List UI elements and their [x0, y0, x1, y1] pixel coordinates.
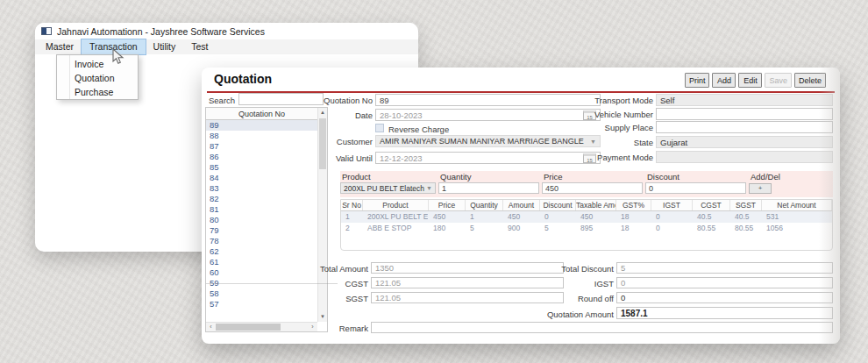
vehicle-number-input[interactable]: [656, 108, 833, 120]
grid-cell: 18: [616, 211, 651, 223]
remark-input[interactable]: [371, 322, 833, 333]
menu-bar: MasterTransactionUtilityTest: [35, 39, 418, 54]
grid-column-header: Net Amount: [762, 200, 832, 210]
quantity-column-label: Quantity: [438, 172, 539, 182]
grid-cell: 40.5: [693, 211, 730, 223]
grid-cell: 80.55: [730, 223, 762, 234]
scroll-down-icon[interactable]: ▼: [318, 312, 327, 322]
grid-column-header: Discount: [540, 200, 576, 210]
menu-test[interactable]: Test: [183, 39, 216, 54]
grid-cell: 2: [341, 223, 363, 234]
list-item[interactable]: 84: [206, 173, 317, 183]
chevron-down-icon: ▼: [426, 185, 432, 191]
horizontal-scrollbar[interactable]: ‹ ›: [206, 322, 317, 331]
price-input[interactable]: [542, 182, 643, 194]
grid-cell: 5: [466, 223, 503, 234]
grid-column-header: Quantity: [466, 200, 503, 210]
quotation-no-input[interactable]: [375, 94, 601, 106]
customer-select[interactable]: AMIR MANIYAR SUMAN MANIYAR MARRIAGE BANG…: [375, 135, 601, 147]
quotation-form-window: Quotation PrintAddEditSaveDelete Search …: [202, 68, 840, 344]
list-item[interactable]: 85: [206, 162, 317, 173]
grid-cell: 450: [429, 211, 466, 223]
quantity-input[interactable]: [438, 182, 539, 194]
grid-column-header: Price: [429, 200, 466, 210]
add-row-button[interactable]: +: [749, 183, 772, 194]
grid-cell: 450: [503, 211, 540, 223]
discount-column-label: Discount: [645, 172, 746, 182]
save-button: Save: [765, 73, 792, 88]
delete-button[interactable]: Delete: [794, 73, 826, 88]
state-label: State: [570, 138, 653, 147]
grid-column-header: CGST: [693, 200, 730, 210]
grid-cell: 0: [540, 211, 576, 223]
grid-cell: 18: [616, 223, 651, 234]
state-field[interactable]: Gujarat: [656, 136, 833, 148]
grid-column-header: Sr No: [341, 200, 363, 210]
payment-mode-field[interactable]: [656, 151, 833, 163]
grid-cell: 40.5: [730, 211, 762, 223]
discount-input[interactable]: [645, 182, 746, 194]
supply-place-label: Supply Place: [570, 123, 653, 132]
transport-mode-field[interactable]: Self: [656, 94, 833, 106]
print-button[interactable]: Print: [685, 73, 710, 88]
remark-label: Remark: [316, 324, 368, 333]
menu-master[interactable]: Master: [38, 39, 82, 54]
grid-cell: 531: [762, 211, 832, 223]
quotation-amount-field: 1587.1: [616, 307, 833, 319]
total-discount-field: 5: [616, 262, 833, 274]
product-entry-panel: Product 200XL PU BELT Elatech Timing Bel…: [340, 171, 833, 197]
round-off-label: Round off: [517, 294, 614, 303]
app-title: Jahnavi Automationn - Jayshree Software …: [57, 26, 265, 37]
grid-cell: 895: [576, 223, 616, 234]
table-row[interactable]: 2ABB E STOP1805900589518080.5580.551056: [341, 223, 832, 234]
quotation-list-items: 898887868584838281807978626160595857: [206, 120, 317, 322]
page-title: Quotation: [214, 72, 272, 86]
grid-cell: 80.55: [693, 223, 730, 234]
transport-mode-label: Transport Mode: [570, 96, 653, 105]
scroll-left-icon[interactable]: ‹: [206, 323, 216, 331]
quotation-amount-label: Quotation Amount: [517, 310, 614, 319]
grid-header-row: Sr NoProductPriceQuantityAmountDiscountT…: [341, 200, 832, 211]
list-item[interactable]: 78: [206, 236, 317, 246]
grid-cell: 900: [503, 223, 540, 234]
grid-cell: 1: [466, 211, 503, 223]
list-item[interactable]: 89: [206, 120, 317, 131]
grid-cell: 180: [429, 223, 466, 234]
customer-label: Customer: [298, 137, 373, 146]
list-item[interactable]: 81: [206, 204, 317, 215]
list-item[interactable]: 62: [206, 246, 317, 257]
total-amount-label: Total Amount: [281, 264, 368, 274]
add-button[interactable]: Add: [712, 73, 736, 88]
mouse-cursor-icon: [112, 48, 125, 65]
grid-column-header: IGST: [651, 200, 693, 210]
list-item[interactable]: 80: [206, 215, 317, 225]
grid-column-header: Product: [363, 200, 429, 210]
date-picker[interactable]: 28-10-2023 15: [375, 109, 601, 121]
supply-place-input[interactable]: [656, 121, 833, 133]
list-item[interactable]: 79: [206, 225, 317, 236]
list-item[interactable]: 82: [206, 194, 317, 204]
vehicle-number-label: Vehicle Number: [570, 110, 653, 119]
product-column-label: Product: [340, 172, 436, 182]
grid-cell: 1056: [762, 223, 832, 234]
grid-column-header: Taxable Amount: [576, 200, 616, 210]
cgst-label: CGST: [281, 279, 368, 288]
table-row[interactable]: 1200XL PU BELT Elatech Timing Belt450145…: [341, 211, 832, 223]
reverse-charge-checkbox[interactable]: [375, 124, 384, 132]
valid-until-label: Valid Until: [298, 153, 373, 163]
edit-button[interactable]: Edit: [738, 73, 762, 88]
list-item[interactable]: 83: [206, 183, 317, 194]
total-discount-label: Total Discount: [517, 264, 614, 274]
grid-cell: 0: [651, 211, 693, 223]
payment-mode-label: Payment Mode: [570, 153, 653, 162]
grid-cell: 5: [540, 223, 576, 234]
product-select[interactable]: 200XL PU BELT Elatech Timing Belt ▼: [340, 182, 436, 194]
menu-utility[interactable]: Utility: [146, 39, 184, 54]
grid-cell: ABB E STOP: [363, 223, 429, 234]
reverse-charge-label: Reverse Charge: [388, 125, 449, 134]
valid-until-picker[interactable]: 12-12-2023 15: [375, 152, 601, 164]
horizontal-scroll-thumb[interactable]: [216, 324, 281, 331]
price-column-label: Price: [542, 172, 643, 182]
grid-column-header: SGST: [730, 200, 762, 210]
grid-cell: 1: [341, 211, 363, 223]
